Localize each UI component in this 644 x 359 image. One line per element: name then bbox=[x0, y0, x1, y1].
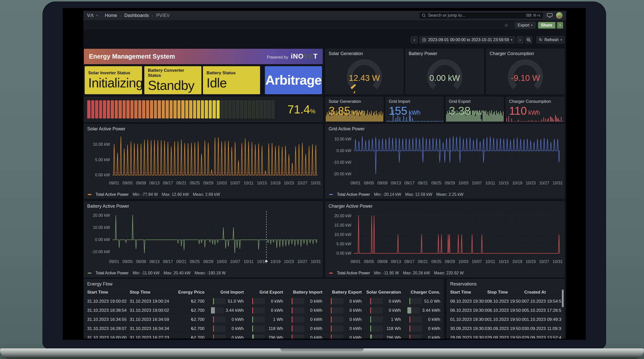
stat-panel-solar-generation[interactable]: Solar Generation3.85MWh bbox=[325, 97, 383, 122]
status-panel-battery-status[interactable]: Battery Status Idle bbox=[203, 66, 260, 94]
search-input[interactable]: Search or jump to... ⌨⌘+k bbox=[419, 12, 543, 19]
column-header[interactable]: Grid Import bbox=[204, 290, 244, 295]
time-range-picker[interactable]: 2023-09-01 00:00:00 to 2023-10-31 23:59:… bbox=[419, 36, 515, 43]
chart-legend: Total Active PowerMin: -11.95 WMax: 20.2… bbox=[329, 271, 464, 275]
column-header[interactable]: Battery Export bbox=[323, 290, 362, 295]
chevron-down-icon[interactable]: ▾ bbox=[96, 14, 98, 17]
legend-series-name[interactable]: Total Active Power bbox=[96, 271, 129, 275]
svg-text:09/05: 09/05 bbox=[364, 181, 374, 185]
stat-panel-grid-import[interactable]: Grid Import155kWh bbox=[385, 97, 444, 122]
column-header[interactable]: Grid Export bbox=[244, 290, 283, 295]
status-value: Arbitrage bbox=[265, 73, 321, 87]
svg-text:10/19: 10/19 bbox=[512, 181, 522, 185]
legend-series-name[interactable]: Total Active Power bbox=[337, 271, 370, 275]
status-panel-solar-inverter[interactable]: Solar Inverter Status Initializing bbox=[85, 66, 142, 94]
legend-series-name[interactable]: Total Active Power bbox=[337, 192, 370, 197]
soc-segment bbox=[236, 100, 239, 118]
svg-text:0.00 kW: 0.00 kW bbox=[95, 173, 110, 177]
soc-segment bbox=[119, 100, 122, 118]
stat-panel-grid-export[interactable]: Grid Export3.38MWh bbox=[446, 97, 504, 122]
cell-mini-gauge bbox=[407, 307, 420, 314]
search-icon bbox=[422, 13, 426, 17]
chart-panel-battery-active-power[interactable]: Battery Active Power 09/0109/0509/0909/1… bbox=[84, 201, 323, 277]
refresh-button[interactable]: ↻Refresh▾ bbox=[536, 36, 565, 43]
breadcrumb-dashboards[interactable]: Dashboards bbox=[124, 13, 149, 18]
app-logo-icon[interactable]: VΛ bbox=[87, 13, 94, 18]
column-header[interactable]: Battery Import bbox=[283, 290, 323, 295]
svg-text:09/01: 09/01 bbox=[351, 181, 361, 185]
cell-energy-gauge: 1 Wh bbox=[362, 316, 401, 323]
time-back-button[interactable]: ‹ bbox=[411, 36, 418, 43]
gauge-panel-battery-power[interactable]: Battery Power 0.00 kW bbox=[405, 49, 484, 94]
share-dropdown-icon[interactable]: ▾ bbox=[557, 22, 563, 29]
soc-segment bbox=[252, 100, 255, 118]
legend-max: Max: 20.40 kW bbox=[164, 271, 191, 275]
time-forward-button[interactable]: › bbox=[517, 36, 524, 43]
user-avatar[interactable] bbox=[556, 12, 563, 19]
star-icon[interactable]: ☆ bbox=[503, 22, 509, 29]
cell-timestamp: 07.10.2023 19:54:50 bbox=[524, 299, 561, 304]
status-value: Initializing bbox=[88, 76, 139, 90]
news-monitor-icon[interactable] bbox=[547, 13, 553, 18]
cell-energy-gauge: 0 kWh bbox=[323, 298, 362, 304]
stat-sparkline bbox=[446, 109, 504, 122]
status-panel-arbitrage[interactable]: Arbitrage bbox=[265, 66, 322, 94]
svg-text:09/29: 09/29 bbox=[203, 259, 213, 264]
cell-mini-gauge bbox=[213, 316, 226, 323]
soc-segments bbox=[87, 100, 274, 118]
table-row: 31.10.2023 16:34:5531.10.2023 16:34:59₺2… bbox=[84, 315, 443, 324]
toolbar-divider bbox=[512, 23, 512, 28]
soc-bar-gauge-panel[interactable]: 71.4% bbox=[84, 97, 323, 122]
panel-title: Battery Active Power bbox=[84, 202, 323, 209]
scrollbar[interactable] bbox=[562, 290, 564, 307]
time-series-chart: 09/0109/0509/0909/1309/1709/2109/2509/29… bbox=[327, 132, 563, 191]
svg-text:09/05: 09/05 bbox=[123, 181, 133, 185]
export-button[interactable]: Export▾ bbox=[515, 22, 535, 29]
reservations-table-panel[interactable]: Reservations Start TimeStop TimeCreated … bbox=[447, 279, 565, 339]
svg-text:10/07: 10/07 bbox=[472, 181, 482, 185]
cell-mini-gauge bbox=[213, 298, 226, 304]
column-header[interactable]: Solar Generation bbox=[362, 290, 401, 295]
gauge-panel-solar-generation[interactable]: Solar Generation 12.43 W bbox=[325, 49, 403, 94]
svg-text:0.00 kW: 0.00 kW bbox=[95, 237, 110, 242]
soc-value: 71.4% bbox=[287, 103, 315, 116]
cell-mini-gauge bbox=[331, 325, 343, 332]
column-header[interactable]: Charger Cons. bbox=[401, 290, 441, 295]
column-header[interactable]: Stop Time bbox=[487, 290, 524, 295]
energy-flow-table-panel[interactable]: Energy Flow Start TimeStop TimeEnergy Pr… bbox=[84, 279, 444, 339]
status-panel-battery-converter[interactable]: Battery Converter Status Standby bbox=[144, 66, 201, 94]
cell-energy-gauge: 0 kWh bbox=[401, 325, 441, 332]
cell-mini-gauge bbox=[331, 298, 343, 304]
column-header[interactable]: Start Time bbox=[450, 290, 487, 295]
share-button[interactable]: Share ▾ bbox=[538, 22, 563, 29]
breadcrumb-home[interactable]: Home bbox=[105, 13, 117, 18]
svg-text:10/19: 10/19 bbox=[512, 259, 522, 264]
panel-title: Charger Active Power bbox=[326, 202, 564, 209]
table-header-row: Start TimeStop TimeEnergy PriceGrid Impo… bbox=[84, 288, 443, 297]
svg-text:10/03: 10/03 bbox=[458, 181, 468, 185]
column-header[interactable]: Created At bbox=[524, 290, 561, 295]
svg-text:09/13: 09/13 bbox=[149, 259, 159, 264]
column-header[interactable]: Energy Price bbox=[172, 290, 204, 295]
chart-panel-charger-active-power[interactable]: Charger Active Power 09/0109/0509/0909/1… bbox=[325, 201, 565, 277]
zoom-out-icon[interactable] bbox=[525, 36, 532, 43]
column-header[interactable]: Stop Time bbox=[130, 290, 172, 295]
chart-panel-solar-active-power[interactable]: Solar Active Power 09/0109/0509/0909/130… bbox=[84, 124, 323, 199]
chart-panel-grid-active-power[interactable]: Grid Active Power 09/0109/0509/0909/1309… bbox=[325, 124, 565, 199]
cell-timestamp: 01.10.2023 09:49:34 bbox=[524, 317, 561, 322]
cell-mini-gauge bbox=[252, 334, 265, 339]
gauge-value: -9.10 W bbox=[487, 73, 564, 83]
soc-segment bbox=[150, 100, 153, 118]
svg-text:10.00 kW: 10.00 kW bbox=[93, 142, 110, 147]
svg-text:09/05: 09/05 bbox=[123, 259, 133, 264]
stat-title: Charger Consumption bbox=[506, 97, 564, 104]
soc-segment bbox=[209, 100, 212, 118]
legend-series-name[interactable]: Total Active Power bbox=[96, 192, 129, 197]
gauge-panel-charger-consumption[interactable]: Charger Consumption -9.10 W bbox=[486, 49, 565, 94]
legend-min: Min: -11.00 kW bbox=[133, 271, 159, 275]
svg-text:20.00 kW: 20.00 kW bbox=[334, 214, 351, 218]
column-header[interactable]: Start Time bbox=[87, 290, 130, 295]
stat-panel-charger-consumption[interactable]: Charger Consumption110kWh bbox=[506, 97, 565, 122]
legend-series-color bbox=[329, 273, 333, 274]
table-row: 06.10.2023 19:30:0006.10.2023 19:50:0005… bbox=[447, 306, 564, 315]
